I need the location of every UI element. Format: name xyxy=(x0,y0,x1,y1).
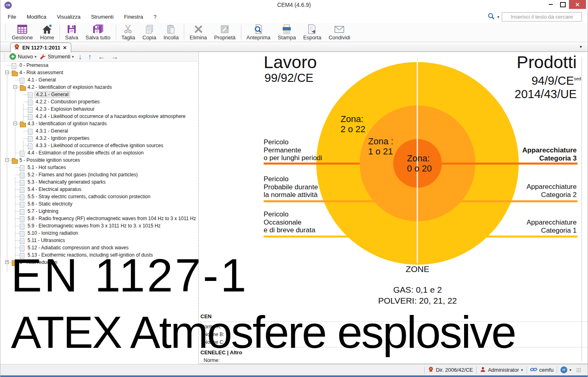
tree-item-label: 4.1 - General xyxy=(26,77,57,83)
language-selector[interactable]: IT ▾ xyxy=(560,366,571,373)
tree-item-label: 5.5 - Stray electric currents, cathodic … xyxy=(26,193,151,200)
search-options-caret-icon[interactable]: ▾ xyxy=(497,15,499,19)
tree-item[interactable]: 5.3 - Mechanically generated sparks xyxy=(0,178,198,186)
tree-item[interactable]: − 5 - Possible ignition sources xyxy=(0,156,198,164)
tree-item-icon xyxy=(20,216,24,222)
search-icon[interactable] xyxy=(488,13,495,21)
maximize-button[interactable] xyxy=(557,0,569,9)
close-button[interactable]: ✕ xyxy=(569,0,586,9)
norme-field[interactable]: Norme: xyxy=(200,358,588,363)
tree-item[interactable]: 0 - Premessa xyxy=(0,62,198,69)
tree-item-icon xyxy=(20,151,24,156)
tree-item-label: 5.1 - Hot surfaces xyxy=(26,164,67,171)
tree-item[interactable]: 5.11 - Ultrasonics xyxy=(0,237,198,244)
tab-list-caret-icon[interactable]: ▾ xyxy=(579,44,582,49)
tree-item[interactable]: 4.2.1 - General xyxy=(0,91,198,98)
tree-expander[interactable]: − xyxy=(5,71,9,74)
user-icon xyxy=(480,366,486,374)
tree-item[interactable]: 5.8 - Radio frequency (RF) electromagnet… xyxy=(0,215,198,222)
tree-item[interactable]: 4.3.3 - Likelihood of occurrence of effe… xyxy=(0,142,198,149)
resize-grip[interactable] xyxy=(576,368,581,373)
zone-title: ZONE xyxy=(377,264,458,274)
tree-item[interactable]: − 4 - Risk assessment xyxy=(0,69,198,76)
tree-item-icon xyxy=(20,195,24,200)
move-up-icon[interactable]: ↑ xyxy=(86,53,93,60)
category-2-line xyxy=(264,200,577,202)
menu-strumenti[interactable]: Strumenti xyxy=(91,14,114,20)
tree-item-label: 4.2.4 - Likelihood of occurrence of a ha… xyxy=(34,113,187,120)
tree-item[interactable]: 5.4 - Electrical apparatus xyxy=(0,186,198,193)
menu-file[interactable]: File xyxy=(8,14,16,20)
stampa-button[interactable]: Stampa xyxy=(274,23,300,42)
rosette-icon xyxy=(428,366,434,374)
menu-finestra[interactable]: Finestra xyxy=(124,14,143,20)
tree-expander[interactable]: − xyxy=(13,85,17,89)
anteprima-button[interactable]: Anteprima xyxy=(243,23,274,42)
tree-item-label: 4.2 - Identification of explosion hazard… xyxy=(26,84,113,90)
incolla-button[interactable]: Incolla xyxy=(160,23,183,42)
window-bottom-edge xyxy=(0,375,588,377)
tree-item-icon xyxy=(28,100,32,105)
plus-circle-icon xyxy=(9,53,16,60)
tree-item-icon xyxy=(28,107,32,113)
tree-item[interactable]: 5.5 - Stray electric currents, cathodic … xyxy=(0,193,198,200)
link-status[interactable]: cemfu xyxy=(530,367,554,373)
tree-item[interactable]: 5.1 - Hot surfaces xyxy=(0,164,198,171)
tree-item[interactable]: 4.2.4 - Likelihood of occurrence of a ha… xyxy=(0,113,198,120)
tree-item[interactable]: 4.4 - Estimation of the possible effects… xyxy=(0,149,198,156)
directive-status[interactable]: Dir. 2006/42/CE xyxy=(428,366,473,374)
tab-close-icon[interactable]: ✕ xyxy=(63,45,67,51)
copia-button[interactable]: Copia xyxy=(139,23,160,42)
tree-item[interactable]: 5.2 - Flames and hot gases (including ho… xyxy=(0,171,198,178)
tree-item-icon xyxy=(20,224,24,229)
search-input[interactable] xyxy=(502,12,582,21)
elimina-button[interactable]: Elimina xyxy=(186,23,211,42)
esporta-button[interactable]: Esporta xyxy=(300,23,325,42)
tree-item-label: 4 - Risk assessment xyxy=(18,69,64,76)
tree-item[interactable]: − 4.2 - Identification of explosion haza… xyxy=(0,84,198,91)
tree-item[interactable]: 5.7 - Lightning xyxy=(0,208,198,215)
tree-item[interactable]: 4.2.2 - Combustion properties xyxy=(0,98,198,105)
move-down-icon[interactable]: ↓ xyxy=(77,53,83,60)
tree-item-icon xyxy=(12,72,18,76)
tree-item[interactable]: 5.10 - Ionizing radiation xyxy=(0,229,198,237)
move-right-icon[interactable]: → xyxy=(109,53,120,60)
salva-tutto-button[interactable]: Salva tutto xyxy=(82,23,114,42)
overlay-subtitle: ATEX Atmosfere esplosive xyxy=(11,310,516,355)
menu-modifica[interactable]: Modifica xyxy=(27,14,46,20)
nuovo-button[interactable]: Nuovo ▾ xyxy=(9,53,36,60)
tree-item[interactable]: 5.9 - Electromagnetic waves from 3 x 101… xyxy=(0,222,198,229)
home-button[interactable]: Home xyxy=(36,23,58,42)
tree-expander[interactable]: − xyxy=(5,158,9,162)
copy-icon xyxy=(144,24,155,34)
content-scrollbar[interactable] xyxy=(582,57,582,361)
tree-item[interactable]: 4.3.2 - Ignition properties xyxy=(0,135,198,142)
proprieta-button[interactable]: Proprietà xyxy=(211,23,239,42)
tree-item-icon xyxy=(20,78,24,84)
salva-button[interactable]: Salva xyxy=(62,23,82,42)
category-1-line xyxy=(264,236,577,238)
menu-help[interactable]: ? xyxy=(153,14,156,20)
save-icon xyxy=(66,24,77,34)
tree-expander[interactable]: − xyxy=(13,122,17,125)
tree-item-label: 4.2.2 - Combustion properties xyxy=(34,99,101,105)
gestione-button[interactable]: Gestione xyxy=(8,23,36,42)
minimize-button[interactable] xyxy=(545,0,557,9)
condividi-button[interactable]: Condividi xyxy=(325,23,354,42)
tree-item[interactable]: 4.3.1 - General xyxy=(0,127,198,135)
tab-en1127[interactable]: EN 1127-1:2011 ✕ xyxy=(10,43,71,52)
tree-item-icon xyxy=(20,231,24,237)
taglia-button[interactable]: Taglia xyxy=(118,23,139,42)
tree-item[interactable]: 4.1 - General xyxy=(0,76,198,84)
tree-item[interactable]: − 4.3 - Identification of ignition hazar… xyxy=(0,120,198,127)
move-left-icon[interactable]: ← xyxy=(96,53,107,60)
tree-expander[interactable]: + xyxy=(5,260,9,264)
tree-item[interactable]: 4.2.3 - Explosion behaviour xyxy=(0,105,198,113)
tree-item-icon xyxy=(20,209,24,215)
strumenti-button[interactable]: Strumenti ▾ xyxy=(39,53,74,60)
menu-visualizza[interactable]: Visualizza xyxy=(57,14,80,20)
tree-item[interactable]: 5.6 - Static electricity xyxy=(0,200,198,208)
user-menu[interactable]: Administrator ▾ xyxy=(480,366,523,374)
products-title: Prodotti xyxy=(517,53,577,71)
tree-item-label: 5.8 - Radio frequency (RF) electromagnet… xyxy=(26,215,197,222)
